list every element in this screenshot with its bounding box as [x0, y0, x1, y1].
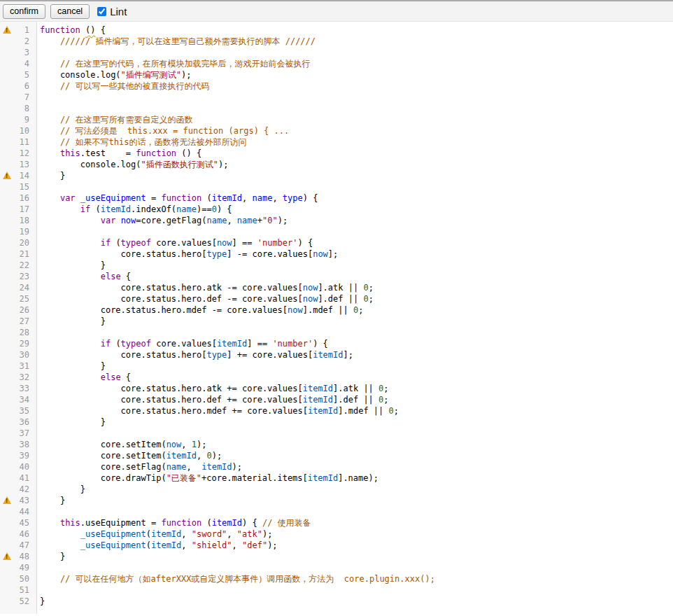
- line-number: 35: [11, 405, 33, 416]
- code-text: [33, 584, 40, 596]
- code-line[interactable]: 44: [0, 506, 673, 517]
- code-line[interactable]: 51: [0, 584, 673, 596]
- code-line[interactable]: 8: [0, 103, 673, 114]
- code-line[interactable]: 50 // 可以在任何地方（如afterXXX或自定义脚本事件）调用函数，方法为…: [0, 573, 673, 584]
- code-line[interactable]: 19: [0, 226, 673, 237]
- marker-cell: [0, 92, 11, 103]
- code-line[interactable]: 35 core.status.hero.mdef += core.values[…: [0, 405, 673, 416]
- code-line[interactable]: 36 }: [0, 416, 673, 428]
- code-text: }: [33, 170, 65, 181]
- code-line[interactable]: 13 console.log("插件函数执行测试");: [0, 159, 673, 170]
- line-number: 44: [11, 506, 33, 517]
- code-text: [33, 47, 40, 58]
- confirm-button[interactable]: confirm: [3, 4, 45, 19]
- marker-cell: [0, 237, 11, 248]
- code-line[interactable]: 23 else {: [0, 271, 673, 282]
- code-line[interactable]: 29 if (typeof core.values[itemId] == 'nu…: [0, 338, 673, 349]
- code-text: _useEquipment(itemId, "sword", "atk");: [33, 528, 272, 540]
- line-number: 29: [11, 338, 33, 349]
- code-line[interactable]: 25 core.status.hero.def -= core.values[n…: [0, 293, 673, 304]
- marker-cell: [0, 125, 11, 136]
- code-line[interactable]: 28: [0, 327, 673, 338]
- code-text: core.status.hero.mdef += core.values[ite…: [33, 405, 399, 416]
- code-line[interactable]: 6 // 可以写一些其他的被直接执行的代码: [0, 80, 673, 92]
- code-line[interactable]: 5 console.log("插件编写测试");: [0, 69, 673, 80]
- code-line[interactable]: 41 core.drawTip("已装备"+core.material.item…: [0, 472, 673, 484]
- line-number: 10: [11, 125, 33, 136]
- code-line[interactable]: 46 _useEquipment(itemId, "sword", "atk")…: [0, 528, 673, 540]
- marker-cell: [0, 517, 11, 528]
- code-text: // 可以写一些其他的被直接执行的代码: [33, 80, 210, 92]
- code-line[interactable]: 48 }: [0, 551, 673, 562]
- line-number: 21: [11, 248, 33, 260]
- marker-cell: [0, 159, 11, 170]
- code-line[interactable]: 38 core.setItem(now, 1);: [0, 439, 673, 450]
- code-line[interactable]: 22 }: [0, 260, 673, 271]
- code-line[interactable]: 3: [0, 47, 673, 58]
- lint-toggle[interactable]: Lint: [97, 6, 127, 18]
- code-line[interactable]: 34 core.status.hero.def += core.values[i…: [0, 394, 673, 405]
- code-line[interactable]: 7: [0, 92, 673, 103]
- marker-cell: [0, 461, 11, 472]
- code-editor[interactable]: 1function () {2 ////// 插件编写，可以在这里写自己额外需要…: [0, 22, 673, 614]
- code-text: else {: [33, 372, 131, 383]
- code-line[interactable]: 39 core.setItem(itemId, 0);: [0, 450, 673, 461]
- code-line[interactable]: 10 // 写法必须是 this.xxx = function (args) {…: [0, 125, 673, 136]
- code-line[interactable]: 17 if (itemId.indexOf(name)==0) {: [0, 204, 673, 215]
- line-number: 20: [11, 237, 33, 248]
- code-line[interactable]: 27 }: [0, 316, 673, 327]
- code-line[interactable]: 47 _useEquipment(itemId, "shield", "def"…: [0, 540, 673, 551]
- code-line[interactable]: 18 var now=core.getFlag(name, name+"0");: [0, 215, 673, 226]
- code-line[interactable]: 1function () {: [0, 24, 673, 36]
- line-number: 51: [11, 584, 33, 596]
- code-text: core.drawTip("已装备"+core.material.items[i…: [33, 472, 378, 484]
- code-line[interactable]: 20 if (typeof core.values[now] == 'numbe…: [0, 237, 673, 248]
- code-line[interactable]: 14 }: [0, 170, 673, 181]
- line-number: 11: [11, 136, 33, 148]
- code-line[interactable]: 11 // 如果不写this的话，函数将无法被外部所访问: [0, 136, 673, 148]
- line-number: 45: [11, 517, 33, 528]
- code-line[interactable]: 45 this.useEquipment = function (itemId)…: [0, 517, 673, 528]
- lint-checkbox[interactable]: [97, 7, 106, 16]
- code-line[interactable]: 32 else {: [0, 372, 673, 383]
- line-number: 1: [11, 24, 33, 36]
- line-number: 19: [11, 226, 33, 237]
- code-text: core.status.hero.atk -= core.values[now]…: [33, 282, 374, 293]
- code-line[interactable]: 12 this.test = function () {: [0, 148, 673, 159]
- code-line[interactable]: 4 // 在这里写的代码，在所有模块加载完毕后，游戏开始前会被执行: [0, 58, 673, 69]
- marker-cell: [0, 394, 11, 405]
- code-line[interactable]: 2 ////// 插件编写，可以在这里写自己额外需要执行的脚本 //////: [0, 36, 673, 47]
- line-number: 48: [11, 551, 33, 562]
- line-number: 37: [11, 428, 33, 439]
- marker-cell: [0, 540, 11, 551]
- code-line[interactable]: 26 core.status.hero.mdef -= core.values[…: [0, 304, 673, 316]
- code-line[interactable]: 37: [0, 428, 673, 439]
- code-line[interactable]: 31 }: [0, 360, 673, 372]
- code-line[interactable]: 49: [0, 562, 673, 573]
- code-line[interactable]: 40 core.setFlag(name, itemId);: [0, 461, 673, 472]
- marker-cell: [0, 58, 11, 69]
- marker-cell: [0, 416, 11, 428]
- code-text: // 在这里写所有需要自定义的函数: [33, 114, 193, 125]
- code-line[interactable]: 30 core.status.hero[type] += core.values…: [0, 349, 673, 360]
- cancel-button[interactable]: cancel: [50, 4, 90, 19]
- code-line[interactable]: 15: [0, 181, 673, 192]
- marker-cell: [0, 584, 11, 596]
- code-line[interactable]: 24 core.status.hero.atk -= core.values[n…: [0, 282, 673, 293]
- code-line[interactable]: 42 }: [0, 484, 673, 495]
- line-number: 49: [11, 562, 33, 573]
- code-line[interactable]: 43 }: [0, 495, 673, 506]
- warning-icon: [3, 26, 11, 34]
- code-line[interactable]: 9 // 在这里写所有需要自定义的函数: [0, 114, 673, 125]
- code-line[interactable]: 16 var _useEquipment = function (itemId,…: [0, 192, 673, 204]
- code-text: // 可以在任何地方（如afterXXX或自定义脚本事件）调用函数，方法为 co…: [33, 573, 435, 584]
- line-number: 40: [11, 461, 33, 472]
- code-text: var _useEquipment = function (itemId, na…: [33, 192, 318, 204]
- code-text: this.useEquipment = function (itemId) { …: [33, 517, 311, 528]
- marker-cell: [0, 192, 11, 204]
- code-line[interactable]: 33 core.status.hero.atk += core.values[i…: [0, 383, 673, 394]
- code-line[interactable]: 21 core.status.hero[type] -= core.values…: [0, 248, 673, 260]
- code-line[interactable]: 52}: [0, 596, 673, 607]
- code-text: [33, 428, 40, 439]
- line-number: 17: [11, 204, 33, 215]
